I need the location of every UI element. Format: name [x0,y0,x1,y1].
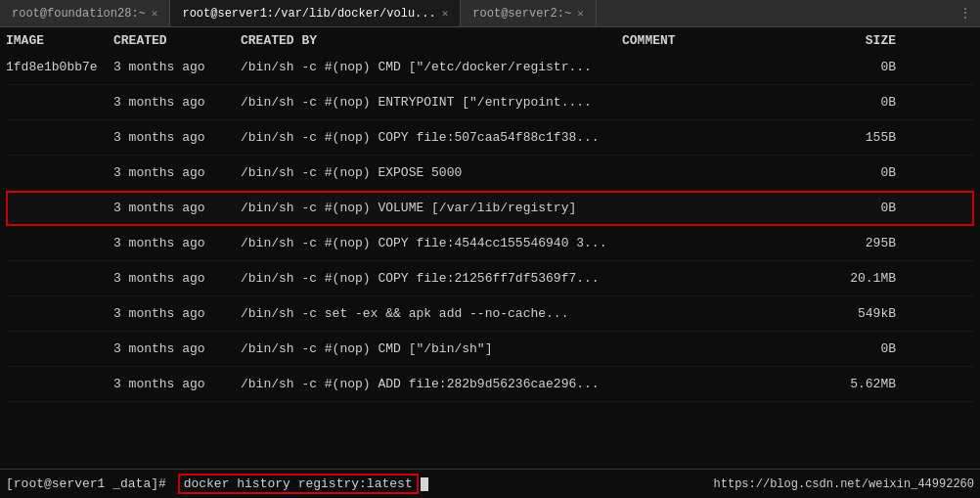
cell-size: 0B [818,60,896,74]
tab-2-label: root@server1:/var/lib/docker/volu... [182,7,435,21]
cell-cmd: /bin/sh -c #(nop) COPY file:21256ff7df53… [241,271,622,286]
tab-1[interactable]: root@foundation28:~ ✕ [0,0,170,26]
cell-size: 5.62MB [818,377,896,391]
table-body: 1fd8e1b0bb7e 3 months ago /bin/sh -c #(n… [6,50,974,402]
cell-created: 3 months ago [113,341,241,356]
table-row: 3 months ago /bin/sh -c #(nop) ENTRYPOIN… [6,85,974,120]
tab-3-close[interactable]: ✕ [577,7,584,20]
cell-size: 20.1MB [818,271,896,286]
table-row: 1fd8e1b0bb7e 3 months ago /bin/sh -c #(n… [6,50,974,85]
cell-created: 3 months ago [113,95,241,110]
table-row: 3 months ago /bin/sh -c #(nop) VOLUME [/… [6,191,974,226]
cell-image-id: 1fd8e1b0bb7e [6,60,113,74]
cell-size: 0B [818,95,896,110]
cell-size: 549kB [818,306,896,321]
cell-size: 155B [818,130,896,145]
tab-2-close[interactable]: ✕ [442,7,449,20]
table-header: IMAGE CREATED CREATED BY COMMENT SIZE [6,31,974,50]
command-cursor [421,477,428,491]
command-prompt: [root@server1 _data]# [6,476,166,491]
tab-bar-menu[interactable]: ⋮ [958,5,980,22]
cell-cmd: /bin/sh -c #(nop) EXPOSE 5000 [241,165,622,180]
col-comment: COMMENT [622,33,818,48]
cell-size: 295B [818,236,896,250]
tab-3-label: root@server2:~ [472,7,571,21]
url-text: https://blog.csdn.net/weixin_44992260 [714,477,974,491]
cell-cmd: /bin/sh -c #(nop) COPY file:4544cc155546… [241,236,622,250]
tab-bar: root@foundation28:~ ✕ root@server1:/var/… [0,0,980,27]
cell-cmd: /bin/sh -c set -ex && apk add --no-cache… [241,306,622,321]
cell-created: 3 months ago [113,60,241,74]
cell-cmd: /bin/sh -c #(nop) COPY file:507caa54f88c… [241,130,622,145]
cell-size: 0B [818,341,896,356]
cell-created: 3 months ago [113,130,241,145]
cell-size: 0B [818,165,896,180]
tab-1-label: root@foundation28:~ [12,7,146,21]
cell-created: 3 months ago [113,306,241,321]
table-row: 3 months ago /bin/sh -c set -ex && apk a… [6,296,974,332]
cell-cmd: /bin/sh -c #(nop) CMD ["/bin/sh"] [241,341,622,356]
cell-created: 3 months ago [113,236,241,250]
col-size: SIZE [818,33,896,48]
tab-3[interactable]: root@server2:~ ✕ [461,0,596,26]
col-created: CREATED [113,33,241,48]
table-row: 3 months ago /bin/sh -c #(nop) CMD ["/bi… [6,332,974,367]
command-text[interactable]: docker history registry:latest [178,474,419,494]
col-image-id: IMAGE [6,33,113,48]
cell-created: 3 months ago [113,377,241,391]
col-created-by: CREATED BY [241,33,622,48]
command-line: [root@server1 _data]# docker history reg… [0,469,980,498]
cell-cmd: /bin/sh -c #(nop) ENTRYPOINT ["/entrypoi… [241,95,622,110]
cell-cmd: /bin/sh -c #(nop) VOLUME [/var/lib/regis… [241,201,622,215]
cell-size: 0B [818,201,896,215]
cell-cmd: /bin/sh -c #(nop) ADD file:282b9d56236ca… [241,377,622,391]
table-row: 3 months ago /bin/sh -c #(nop) EXPOSE 50… [6,156,974,191]
table-row: 3 months ago /bin/sh -c #(nop) COPY file… [6,261,974,296]
cell-cmd: /bin/sh -c #(nop) CMD ["/etc/docker/regi… [241,60,622,74]
tab-1-close[interactable]: ✕ [152,7,158,20]
cell-created: 3 months ago [113,165,241,180]
terminal: IMAGE CREATED CREATED BY COMMENT SIZE 1f… [0,27,980,469]
table-row: 3 months ago /bin/sh -c #(nop) COPY file… [6,120,974,156]
cell-created: 3 months ago [113,271,241,286]
cell-created: 3 months ago [113,201,241,215]
table-row: 3 months ago /bin/sh -c #(nop) ADD file:… [6,367,974,402]
table-row: 3 months ago /bin/sh -c #(nop) COPY file… [6,226,974,261]
command-text-wrapper [170,476,178,491]
tab-2[interactable]: root@server1:/var/lib/docker/volu... ✕ [170,0,461,26]
